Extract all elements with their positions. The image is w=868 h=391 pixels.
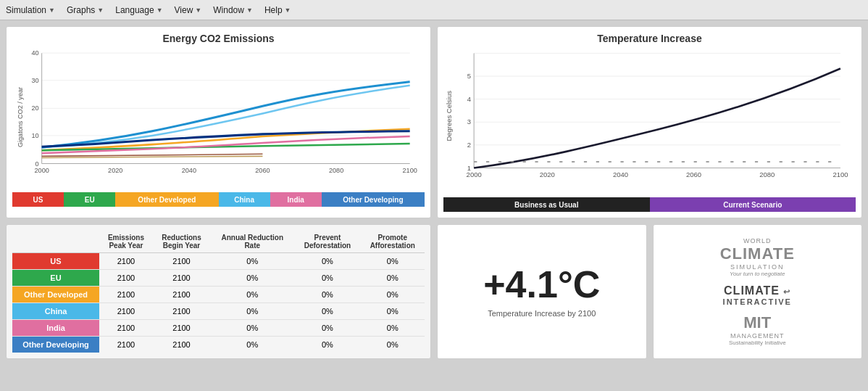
peak-year-cell: 2100: [99, 270, 153, 287]
table-row: Other Developing 2100 2100 0% 0% 0%: [12, 337, 425, 353]
deforest-cell: 0%: [294, 287, 360, 303]
legend-business-as-usual: Business as Usual: [443, 197, 650, 212]
chevron-down-icon: ▼: [157, 7, 163, 14]
main-content: Energy CO2 Emissions Gigatons CO2 / year: [0, 20, 868, 365]
peak-year-cell: 2100: [99, 287, 153, 303]
svg-text:2060: 2060: [255, 167, 270, 174]
legend-other-developed: Other Developed: [115, 192, 218, 207]
begin-year-cell: 2100: [153, 287, 210, 303]
svg-text:Degrees Celsius: Degrees Celsius: [445, 91, 453, 141]
logo-panel: WORLD CLIMATE SIMULATION Your turn to ne…: [653, 224, 863, 359]
policy-table: EmissionsPeak Year ReductionsBegin Year …: [12, 231, 425, 353]
begin-year-cell: 2100: [153, 270, 210, 287]
legend-current-scenario: Current Scenario: [650, 197, 856, 212]
world-climate-logo: WORLD CLIMATE SIMULATION Your turn to ne…: [720, 237, 795, 277]
svg-text:2040: 2040: [613, 170, 628, 178]
legend-eu: EU: [64, 192, 115, 207]
mit-text: MIT: [729, 313, 786, 332]
peak-year-cell: 2100: [99, 303, 153, 320]
table-row: Other Developed 2100 2100 0% 0% 0%: [12, 287, 425, 303]
rate-cell: 0%: [210, 287, 294, 303]
region-cell: EU: [12, 270, 99, 287]
energy-legend-bar: US EU Other Developed China India Other …: [12, 192, 425, 207]
simulation-text: SIMULATION: [720, 263, 795, 271]
sustainability-text: Sustainability Initiative: [729, 339, 786, 346]
menu-graphs[interactable]: Graphs ▼: [67, 5, 104, 15]
chevron-down-icon: ▼: [246, 7, 253, 14]
afforest-cell: 0%: [360, 270, 425, 287]
menu-language[interactable]: Language ▼: [115, 5, 162, 15]
chevron-down-icon: ▼: [49, 7, 55, 14]
afforest-cell: 0%: [360, 337, 425, 353]
table-row: China 2100 2100 0% 0% 0%: [12, 303, 425, 320]
svg-text:3: 3: [467, 118, 471, 125]
chevron-down-icon: ▼: [195, 7, 201, 14]
region-cell: Other Developing: [12, 337, 99, 353]
svg-text:2100: 2100: [403, 167, 417, 174]
deforest-cell: 0%: [294, 253, 360, 270]
region-cell: Other Developed: [12, 287, 99, 303]
svg-text:2080: 2080: [759, 170, 775, 178]
col-promote-afforest: PromoteAfforestation: [360, 231, 425, 253]
interactive-text: INTERACTIVE: [723, 297, 792, 306]
svg-text:5: 5: [467, 72, 471, 80]
col-reductions-begin: ReductionsBegin Year: [153, 231, 210, 253]
legend-china: China: [219, 192, 270, 207]
svg-text:2000: 2000: [34, 167, 49, 174]
menubar: Simulation ▼ Graphs ▼ Language ▼ View ▼ …: [0, 0, 868, 20]
svg-text:40: 40: [31, 49, 38, 57]
temperature-value: +4.1°C: [483, 266, 600, 303]
energy-chart-title: Energy CO2 Emissions: [12, 33, 425, 44]
menu-view[interactable]: View ▼: [175, 5, 202, 15]
svg-text:2020: 2020: [540, 170, 555, 178]
afforest-cell: 0%: [360, 253, 425, 270]
climate-interactive-text: CLIMATE ↩: [723, 284, 792, 297]
peak-year-cell: 2100: [99, 253, 153, 270]
col-emissions-peak: EmissionsPeak Year: [99, 231, 153, 253]
temperature-label: Temperature Increase by 2100: [488, 309, 596, 318]
svg-text:2100: 2100: [832, 170, 848, 178]
energy-chart-svg: Gigatons CO2 / year 0 10 20: [12, 47, 425, 187]
region-cell: China: [12, 303, 99, 320]
table-row: EU 2100 2100 0% 0% 0%: [12, 270, 425, 287]
deforest-cell: 0%: [294, 303, 360, 320]
management-text: MANAGEMENT: [729, 332, 786, 339]
svg-text:10: 10: [31, 132, 38, 139]
svg-text:30: 30: [31, 77, 38, 84]
chevron-down-icon: ▼: [97, 7, 104, 14]
peak-year-cell: 2100: [99, 337, 153, 353]
col-region: [12, 231, 99, 253]
climate-logo-text: CLIMATE: [720, 244, 795, 263]
svg-text:2: 2: [467, 141, 471, 149]
svg-text:2060: 2060: [686, 170, 701, 178]
afforest-cell: 0%: [360, 320, 425, 337]
peak-year-cell: 2100: [99, 320, 153, 337]
svg-text:4: 4: [467, 95, 471, 103]
y-axis-label: Gigatons CO2 / year: [17, 87, 24, 147]
rate-cell: 0%: [210, 303, 294, 320]
svg-text:2040: 2040: [182, 167, 196, 174]
afforest-cell: 0%: [360, 287, 425, 303]
temperature-panel: +4.1°C Temperature Increase by 2100: [437, 224, 647, 359]
world-text: WORLD: [720, 237, 795, 244]
mit-logo: MIT MANAGEMENT Sustainability Initiative: [729, 313, 786, 346]
energy-chart-panel: Energy CO2 Emissions Gigatons CO2 / year: [6, 26, 431, 218]
region-cell: US: [12, 253, 99, 270]
begin-year-cell: 2100: [153, 337, 210, 353]
table-row: India 2100 2100 0% 0% 0%: [12, 320, 425, 337]
afforest-cell: 0%: [360, 303, 425, 320]
deforest-cell: 0%: [294, 337, 360, 353]
region-cell: India: [12, 320, 99, 337]
temp-chart-svg: Degrees Celsius 1 2 3 4: [443, 47, 856, 192]
svg-text:2000: 2000: [467, 170, 482, 178]
menu-window[interactable]: Window ▼: [213, 5, 253, 15]
temp-chart-svg-container: Degrees Celsius 1 2 3 4: [443, 47, 856, 194]
temp-chart-panel: Temperature Increase Degrees Celsius: [437, 26, 862, 218]
menu-help[interactable]: Help ▼: [264, 5, 291, 15]
temp-chart-title: Temperature Increase: [443, 33, 856, 44]
deforest-cell: 0%: [294, 270, 360, 287]
menu-simulation[interactable]: Simulation ▼: [6, 5, 55, 15]
table-row: US 2100 2100 0% 0% 0%: [12, 253, 425, 270]
rate-cell: 0%: [210, 253, 294, 270]
legend-india: India: [270, 192, 322, 207]
